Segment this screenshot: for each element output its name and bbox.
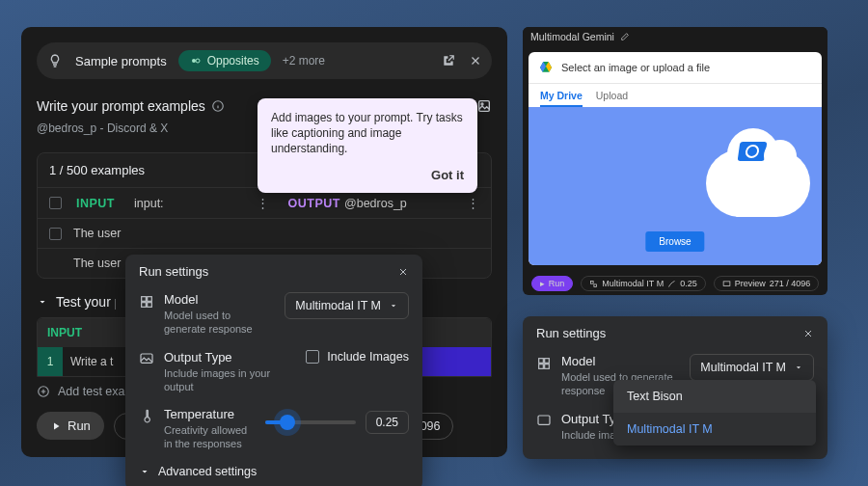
test-input-header: INPUT xyxy=(38,318,88,347)
tooltip-text: Add images to your prompt. Try tasks lik… xyxy=(271,110,464,157)
output-col-name: @bedros_p xyxy=(344,197,462,210)
test-prompt-title: Test your prompt xyxy=(56,294,116,310)
svg-rect-15 xyxy=(141,354,152,363)
input-header: INPUT xyxy=(76,197,130,210)
col-menu-icon[interactable]: ⋮ xyxy=(466,196,479,210)
run-settings-title: Run settings xyxy=(536,326,606,340)
mini-preview-pill[interactable]: Preview 271 / 4096 xyxy=(714,276,820,291)
output-type-sub: Include images in your output xyxy=(164,366,296,394)
close-icon[interactable] xyxy=(397,266,409,278)
chevron-down-icon[interactable] xyxy=(37,296,48,308)
example-cell: The user xyxy=(73,256,121,270)
mini-run-button[interactable]: ▸ Run xyxy=(531,276,574,291)
svg-point-1 xyxy=(196,59,200,63)
svg-point-0 xyxy=(192,59,196,63)
info-icon[interactable] xyxy=(211,99,225,113)
model-label: Model xyxy=(561,354,680,368)
model-dropdown: Text Bison Multimodal IT M xyxy=(613,380,816,446)
lightbulb-icon xyxy=(46,52,64,69)
row-checkbox[interactable] xyxy=(49,228,62,240)
model-option-multimodal[interactable]: Multimodal IT M xyxy=(613,413,816,446)
svg-rect-11 xyxy=(142,297,147,302)
include-images-toggle[interactable]: Include Images xyxy=(306,350,409,364)
model-select[interactable]: Multimodal IT M xyxy=(285,292,409,319)
example-cell: The user xyxy=(73,227,121,240)
svg-rect-12 xyxy=(148,297,152,302)
open-external-icon[interactable] xyxy=(442,54,455,68)
svg-rect-19 xyxy=(539,359,544,364)
temperature-icon xyxy=(139,409,154,424)
advanced-settings-toggle[interactable]: Advanced settings xyxy=(139,465,409,478)
output-type-icon xyxy=(536,414,552,429)
example-row[interactable]: The user xyxy=(38,219,491,249)
model-label: Model xyxy=(164,292,275,307)
temperature-sub: Creativity allowed in the responses xyxy=(164,423,256,451)
examples-count: 1 / 500 examples xyxy=(49,163,145,177)
edit-icon[interactable] xyxy=(620,32,630,41)
prompt-editor-panel: Sample prompts Opposites +2 more Write y… xyxy=(21,27,507,457)
close-icon[interactable] xyxy=(802,328,814,339)
svg-rect-17 xyxy=(594,284,597,286)
input-col-name: input: xyxy=(134,197,252,210)
svg-rect-23 xyxy=(538,416,550,424)
chip-opposites[interactable]: Opposites xyxy=(178,50,271,71)
window-tab-title: Multimodal Gemini xyxy=(530,31,614,42)
run-button[interactable]: Run xyxy=(37,412,104,440)
picker-title: Select an image or upload a file xyxy=(561,62,710,73)
run-settings-panel: Run settings Model Model used to generat… xyxy=(125,255,422,486)
svg-rect-14 xyxy=(148,303,152,308)
svg-rect-13 xyxy=(142,303,147,308)
upload-dropzone[interactable]: Browse xyxy=(529,107,822,265)
model-icon xyxy=(139,294,154,310)
col-menu-icon[interactable]: ⋮ xyxy=(256,196,269,210)
chip-opposites-label: Opposites xyxy=(207,54,259,68)
temperature-slider[interactable] xyxy=(265,420,356,424)
sample-prompts-label[interactable]: Sample prompts xyxy=(75,54,167,68)
output-type-icon xyxy=(139,352,154,367)
checkbox-all[interactable] xyxy=(49,197,62,209)
svg-rect-18 xyxy=(723,281,730,285)
model-select[interactable]: Multimodal IT M xyxy=(690,354,814,381)
chip-more[interactable]: +2 more xyxy=(283,54,325,68)
run-settings-title: Run settings xyxy=(139,264,208,279)
file-picker: Select an image or upload a file My Driv… xyxy=(529,52,822,265)
run-settings-panel-right: Run settings Model Model used to generat… xyxy=(523,316,827,459)
svg-rect-22 xyxy=(545,364,550,369)
svg-rect-16 xyxy=(591,281,594,284)
output-type-label: Output Type xyxy=(164,350,296,364)
output-header: OUTPUT xyxy=(288,197,340,210)
chipbar: Sample prompts Opposites +2 more xyxy=(37,42,492,79)
svg-rect-20 xyxy=(545,359,550,364)
checkbox-icon xyxy=(306,350,319,364)
model-sub: Model used to generate response xyxy=(164,309,275,337)
browse-button[interactable]: Browse xyxy=(645,231,704,252)
mini-model-pill[interactable]: Multimodal IT M 0.25 xyxy=(581,276,705,291)
temperature-label: Temperature xyxy=(164,407,256,421)
svg-rect-3 xyxy=(479,101,490,112)
cloud-illustration xyxy=(706,149,810,217)
svg-rect-21 xyxy=(539,364,544,369)
drive-icon xyxy=(538,60,554,75)
model-icon xyxy=(536,356,552,371)
insert-image-icon[interactable] xyxy=(476,98,492,114)
tab-upload[interactable]: Upload xyxy=(596,90,628,107)
svg-point-4 xyxy=(481,103,483,105)
write-prompt-title: Write your prompt examples xyxy=(37,98,205,114)
close-icon[interactable] xyxy=(469,54,482,68)
add-images-tooltip: Add images to your prompt. Try tasks lik… xyxy=(258,98,477,193)
temperature-value[interactable]: 0.25 xyxy=(366,411,409,434)
gemini-window: Multimodal Gemini Select an image or upl… xyxy=(523,27,827,295)
model-option-text-bison[interactable]: Text Bison xyxy=(613,380,816,413)
tab-my-drive[interactable]: My Drive xyxy=(540,90,583,107)
test-row-number: 1 xyxy=(38,347,63,376)
tooltip-gotit[interactable]: Got it xyxy=(271,167,464,184)
